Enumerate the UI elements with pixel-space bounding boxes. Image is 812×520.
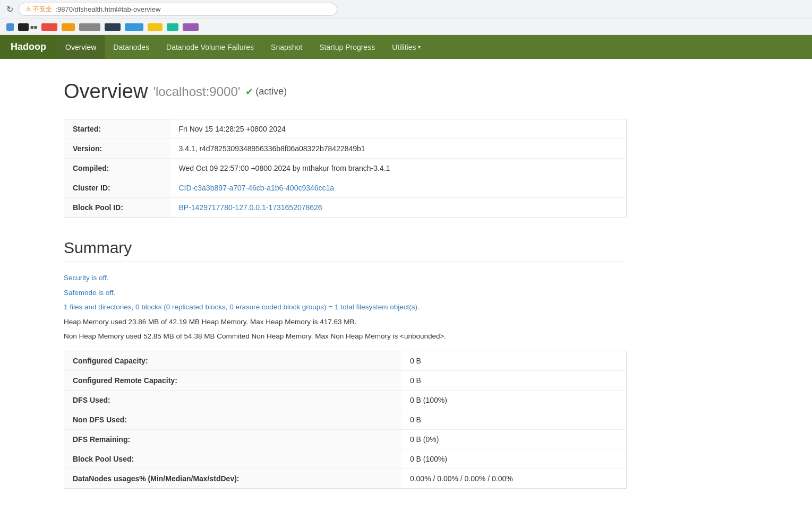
table-row: Block Pool Used: 0 B (100%) xyxy=(64,449,627,469)
overview-title: Overview xyxy=(64,80,148,103)
summary-value-non-dfs-used: 0 B xyxy=(401,410,627,429)
summary-status: Security is off. Safemode is off. 1 file… xyxy=(64,272,627,342)
info-label-cluster-id: Cluster ID: xyxy=(64,178,170,198)
active-badge: ✔ (active) xyxy=(245,86,287,98)
nav-item-utilities[interactable]: Utilities ▾ xyxy=(383,35,429,59)
status-safemode: Safemode is off. xyxy=(64,287,627,299)
summary-label-datanodes-usages: DataNodes usages% (Min/Median/Max/stdDev… xyxy=(64,469,401,488)
bookmark-2[interactable]: ■■ xyxy=(18,23,37,31)
summary-value-datanodes-usages: 0.00% / 0.00% / 0.00% / 0.00% xyxy=(401,469,627,488)
summary-label-non-dfs-used: Non DFS Used: xyxy=(64,410,401,429)
table-row: Started: Fri Nov 15 14:28:25 +0800 2024 xyxy=(64,119,627,139)
main-content: Overview 'localhost:9000' ✔ (active) Sta… xyxy=(0,59,690,510)
bookmark-6[interactable] xyxy=(105,23,121,31)
bookmark-3[interactable] xyxy=(41,23,57,31)
summary-label-configured-capacity: Configured Capacity: xyxy=(64,351,401,370)
table-row: DFS Remaining: 0 B (0%) xyxy=(64,429,627,449)
summary-value-dfs-remaining: 0 B (0%) xyxy=(401,429,627,449)
info-value-compiled: Wed Oct 09 22:57:00 +0800 2024 by mthaku… xyxy=(170,159,627,178)
bookmark-7[interactable] xyxy=(125,23,143,31)
summary-value-block-pool-used: 0 B (100%) xyxy=(401,449,627,469)
browser-bar: ↻ ⚠ 不安全 :9870/dfshealth.html#tab-overvie… xyxy=(0,0,812,19)
security-warning: ⚠ 不安全 xyxy=(25,5,52,14)
bookmark-10[interactable] xyxy=(183,23,199,31)
bookmark-9[interactable] xyxy=(167,23,178,31)
table-row: Compiled: Wed Oct 09 22:57:00 +0800 2024… xyxy=(64,159,627,178)
bookmarks-bar: ■■ xyxy=(0,19,812,35)
bookmark-5[interactable] xyxy=(79,23,100,31)
nav-items: Overview Datanodes Datanode Volume Failu… xyxy=(57,35,429,59)
nav-item-datanode-volume-failures[interactable]: Datanode Volume Failures xyxy=(158,35,262,59)
table-row: Non DFS Used: 0 B xyxy=(64,410,627,429)
overview-heading: Overview 'localhost:9000' ✔ (active) xyxy=(64,80,627,103)
nav-item-snapshot[interactable]: Snapshot xyxy=(262,35,311,59)
summary-value-dfs-used: 0 B (100%) xyxy=(401,390,627,410)
bookmark-1[interactable] xyxy=(6,23,14,31)
address-bar[interactable]: ⚠ 不安全 :9870/dfshealth.html#tab-overview xyxy=(19,3,337,16)
table-row: Version: 3.4.1, r4d7825309348956336b8f06… xyxy=(64,139,627,159)
utilities-dropdown-arrow: ▾ xyxy=(418,44,421,50)
nav-item-startup-progress[interactable]: Startup Progress xyxy=(311,35,383,59)
info-value-version: 3.4.1, r4d7825309348956336b8f06a08322b78… xyxy=(170,139,627,159)
active-label: (active) xyxy=(255,86,287,97)
info-value-block-pool-id[interactable]: BP-1429717780-127.0.0.1-1731652078626 xyxy=(170,198,627,218)
table-row: DataNodes usages% (Min/Median/Max/stdDev… xyxy=(64,469,627,488)
overview-host: 'localhost:9000' xyxy=(153,84,240,99)
reload-icon[interactable]: ↻ xyxy=(6,4,13,14)
table-row: Cluster ID: CID-c3a3b897-a707-46cb-a1b6-… xyxy=(64,178,627,198)
table-row: Configured Capacity: 0 B xyxy=(64,351,627,370)
table-row: DFS Used: 0 B (100%) xyxy=(64,390,627,410)
active-check-icon: ✔ xyxy=(245,86,253,98)
navbar: Hadoop Overview Datanodes Datanode Volum… xyxy=(0,35,812,59)
summary-label-dfs-used: DFS Used: xyxy=(64,390,401,410)
block-pool-id-link[interactable]: BP-1429717780-127.0.0.1-1731652078626 xyxy=(179,203,322,212)
summary-value-configured-remote-capacity: 0 B xyxy=(401,370,627,390)
summary-label-configured-remote-capacity: Configured Remote Capacity: xyxy=(64,370,401,390)
table-row: Configured Remote Capacity: 0 B xyxy=(64,370,627,390)
summary-table: Configured Capacity: 0 B Configured Remo… xyxy=(64,351,627,489)
status-non-heap: Non Heap Memory used 52.85 MB of 54.38 M… xyxy=(64,331,627,342)
summary-heading: Summary xyxy=(64,239,627,262)
info-label-version: Version: xyxy=(64,139,170,159)
info-value-cluster-id[interactable]: CID-c3a3b897-a707-46cb-a1b6-400c9346cc1a xyxy=(170,178,627,198)
bookmark-4[interactable] xyxy=(62,23,75,31)
summary-label-block-pool-used: Block Pool Used: xyxy=(64,449,401,469)
summary-label-dfs-remaining: DFS Remaining: xyxy=(64,429,401,449)
status-heap: Heap Memory used 23.86 MB of 42.19 MB He… xyxy=(64,316,627,328)
info-label-compiled: Compiled: xyxy=(64,159,170,178)
info-value-started: Fri Nov 15 14:28:25 +0800 2024 xyxy=(170,119,627,139)
nav-item-overview[interactable]: Overview xyxy=(57,35,105,59)
nav-item-datanodes[interactable]: Datanodes xyxy=(105,35,158,59)
status-files: 1 files and directories, 0 blocks (0 rep… xyxy=(64,301,627,313)
info-table: Started: Fri Nov 15 14:28:25 +0800 2024 … xyxy=(64,119,627,218)
cluster-id-link[interactable]: CID-c3a3b897-a707-46cb-a1b6-400c9346cc1a xyxy=(179,184,335,192)
status-security: Security is off. xyxy=(64,272,627,284)
url-text: :9870/dfshealth.html#tab-overview xyxy=(55,5,160,13)
summary-value-configured-capacity: 0 B xyxy=(401,351,627,370)
table-row: Block Pool ID: BP-1429717780-127.0.0.1-1… xyxy=(64,198,627,218)
info-label-block-pool-id: Block Pool ID: xyxy=(64,198,170,218)
info-label-started: Started: xyxy=(64,119,170,139)
navbar-brand[interactable]: Hadoop xyxy=(0,35,57,59)
bookmark-8[interactable] xyxy=(148,23,163,31)
